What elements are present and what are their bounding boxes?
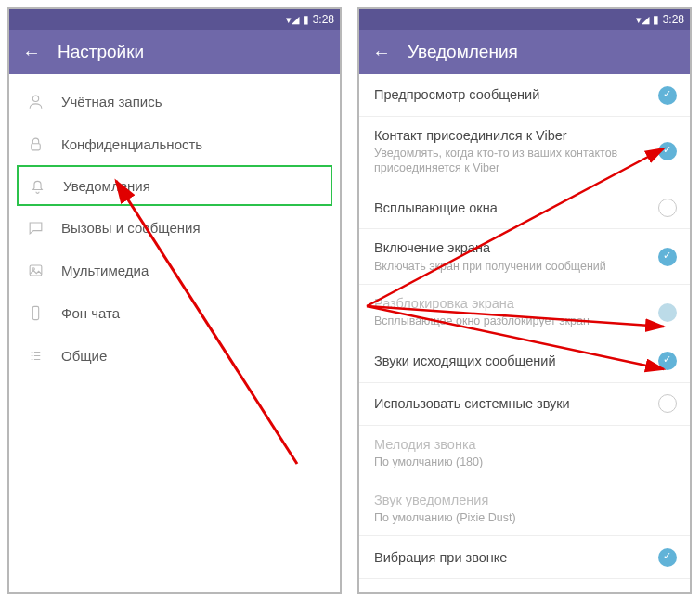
- toggle-on[interactable]: [658, 352, 677, 370]
- settings-item-label: Уведомления: [63, 178, 150, 194]
- clock: 3:28: [313, 13, 334, 26]
- phone-notifications: ▾◢ ▮ 3:28 ← Уведомления Предпросмотр соо…: [357, 7, 692, 594]
- opt-title: Предпросмотр сообщений: [374, 86, 643, 103]
- opt-screen-on[interactable]: Включение экрана Включать экран при полу…: [359, 229, 690, 285]
- settings-item-privacy[interactable]: Конфиденциальность: [9, 122, 340, 165]
- battery-icon: ▮: [303, 13, 309, 26]
- toggle-on[interactable]: [658, 248, 677, 266]
- toggle-disabled: [658, 303, 677, 322]
- app-title: Настройки: [58, 42, 144, 62]
- settings-item-media[interactable]: Мультимедиа: [9, 249, 340, 291]
- opt-title: Разблокировка экрана: [374, 295, 643, 312]
- opt-title: Мелодия звонка: [374, 436, 643, 453]
- image-icon: [26, 261, 45, 279]
- settings-item-notifications[interactable]: Уведомления: [17, 165, 332, 206]
- opt-title: Звуки исходящих сообщений: [374, 353, 643, 369]
- status-bar: ▾◢ ▮ 3:28: [359, 9, 690, 30]
- settings-item-label: Общие: [61, 348, 107, 364]
- app-bar: ← Настройки: [9, 30, 340, 74]
- settings-item-label: Конфиденциальность: [61, 136, 202, 152]
- opt-subtitle: Включать экран при получении сообщений: [374, 260, 643, 275]
- settings-item-label: Учётная запись: [61, 94, 162, 109]
- opt-unlock: Разблокировка экрана Всплывающее окно ра…: [359, 285, 690, 340]
- phone-icon: [26, 303, 45, 322]
- opt-system-sounds[interactable]: Использовать системные звуки: [359, 383, 690, 426]
- toggle-off[interactable]: [658, 394, 677, 413]
- back-icon[interactable]: ←: [372, 42, 391, 63]
- app-bar: ← Уведомления: [359, 30, 690, 74]
- opt-subtitle: Всплывающее окно разблокирует экран: [374, 314, 643, 329]
- opt-title: Звук уведомления: [374, 492, 643, 508]
- toggle-on[interactable]: [658, 86, 677, 105]
- svg-rect-4: [32, 306, 38, 319]
- settings-list: Учётная запись Конфиденциальность Уведом…: [9, 74, 340, 382]
- settings-item-label: Мультимедиа: [61, 263, 149, 278]
- opt-preview[interactable]: Предпросмотр сообщений: [359, 74, 690, 117]
- settings-item-general[interactable]: Общие: [9, 334, 340, 377]
- user-icon: [26, 92, 45, 110]
- clock: 3:28: [663, 13, 684, 26]
- settings-item-background[interactable]: Фон чата: [9, 291, 340, 334]
- svg-rect-1: [31, 143, 40, 149]
- settings-item-calls[interactable]: Вызовы и сообщения: [9, 206, 340, 249]
- opt-outgoing-sounds[interactable]: Звуки исходящих сообщений: [359, 340, 690, 383]
- svg-rect-2: [30, 264, 42, 275]
- signal-icon: ▾◢: [286, 14, 299, 26]
- phone-settings: ▾◢ ▮ 3:28 ← Настройки Учётная запись Кон…: [7, 7, 342, 594]
- signal-icon: ▾◢: [636, 14, 649, 26]
- notification-options: Предпросмотр сообщений Контакт присоедин…: [359, 74, 690, 579]
- back-icon[interactable]: ←: [22, 42, 41, 63]
- app-title: Уведомления: [408, 42, 518, 62]
- opt-title: Всплывающие окна: [374, 199, 643, 216]
- opt-vibration[interactable]: Вибрация при звонке: [359, 536, 690, 579]
- toggle-on[interactable]: [658, 142, 677, 160]
- svg-point-0: [32, 96, 38, 101]
- opt-contact-joined[interactable]: Контакт присоединился к Viber Уведомлять…: [359, 117, 690, 186]
- opt-popup[interactable]: Всплывающие окна: [359, 186, 690, 229]
- opt-subtitle: По умолчанию (180): [374, 455, 643, 470]
- lock-icon: [26, 135, 45, 153]
- list-icon: [26, 346, 45, 365]
- status-bar: ▾◢ ▮ 3:28: [9, 9, 340, 30]
- battery-icon: ▮: [653, 13, 659, 26]
- toggle-on[interactable]: [658, 548, 677, 567]
- settings-item-account[interactable]: Учётная запись: [9, 80, 340, 122]
- opt-title: Включение экрана: [374, 239, 643, 256]
- settings-item-label: Вызовы и сообщения: [61, 220, 201, 236]
- bell-icon: [28, 176, 46, 195]
- toggle-off[interactable]: [658, 199, 677, 217]
- settings-item-label: Фон чата: [61, 305, 120, 321]
- chat-icon: [26, 218, 45, 237]
- opt-subtitle: Уведомлять, когда кто-то из ваших контак…: [374, 147, 643, 175]
- opt-subtitle: По умолчанию (Pixie Dust): [374, 511, 643, 526]
- opt-notif-sound[interactable]: Звук уведомления По умолчанию (Pixie Dus…: [359, 481, 690, 537]
- opt-title: Использовать системные звуки: [374, 395, 643, 412]
- opt-ringtone[interactable]: Мелодия звонка По умолчанию (180): [359, 426, 690, 481]
- opt-title: Вибрация при звонке: [374, 549, 643, 566]
- opt-title: Контакт присоединился к Viber: [374, 127, 643, 144]
